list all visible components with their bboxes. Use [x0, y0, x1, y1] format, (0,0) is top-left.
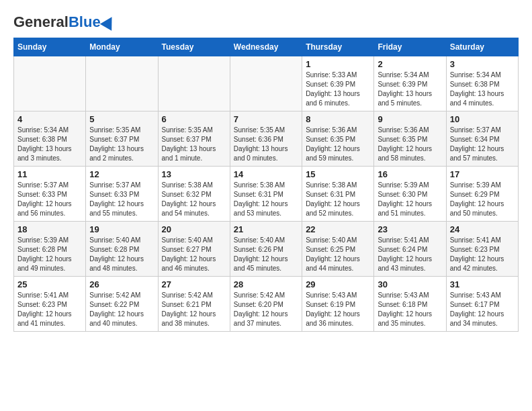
- day-info: Sunrise: 5:39 AM Sunset: 6:30 PM Dayligh…: [378, 181, 442, 218]
- calendar-cell: [86, 56, 158, 111]
- calendar-cell: 18Sunrise: 5:39 AM Sunset: 6:28 PM Dayli…: [14, 222, 86, 277]
- day-number: 12: [89, 169, 154, 179]
- day-info: Sunrise: 5:36 AM Sunset: 6:35 PM Dayligh…: [306, 126, 370, 163]
- day-info: Sunrise: 5:42 AM Sunset: 6:20 PM Dayligh…: [234, 291, 298, 328]
- logo: General Blue: [13, 13, 116, 31]
- calendar-week-row: 4Sunrise: 5:34 AM Sunset: 6:38 PM Daylig…: [14, 111, 519, 167]
- calendar-cell: 5Sunrise: 5:35 AM Sunset: 6:37 PM Daylig…: [86, 111, 158, 167]
- day-info: Sunrise: 5:42 AM Sunset: 6:21 PM Dayligh…: [162, 291, 226, 328]
- calendar-cell: 20Sunrise: 5:40 AM Sunset: 6:27 PM Dayli…: [158, 222, 230, 277]
- day-info: Sunrise: 5:37 AM Sunset: 6:34 PM Dayligh…: [450, 126, 515, 163]
- calendar-week-row: 25Sunrise: 5:41 AM Sunset: 6:23 PM Dayli…: [14, 277, 519, 332]
- calendar-cell: 22Sunrise: 5:40 AM Sunset: 6:25 PM Dayli…: [302, 222, 374, 277]
- calendar-cell: 24Sunrise: 5:41 AM Sunset: 6:23 PM Dayli…: [446, 222, 518, 277]
- day-info: Sunrise: 5:40 AM Sunset: 6:27 PM Dayligh…: [162, 236, 226, 273]
- day-number: 9: [378, 114, 442, 124]
- day-info: Sunrise: 5:39 AM Sunset: 6:29 PM Dayligh…: [450, 181, 515, 218]
- calendar-cell: 12Sunrise: 5:37 AM Sunset: 6:33 PM Dayli…: [86, 167, 158, 222]
- day-info: Sunrise: 5:37 AM Sunset: 6:33 PM Dayligh…: [89, 181, 154, 218]
- day-info: Sunrise: 5:33 AM Sunset: 6:39 PM Dayligh…: [306, 71, 370, 108]
- calendar-cell: 1Sunrise: 5:33 AM Sunset: 6:39 PM Daylig…: [302, 56, 374, 111]
- day-number: 23: [378, 224, 442, 234]
- calendar-cell: 2Sunrise: 5:34 AM Sunset: 6:39 PM Daylig…: [374, 56, 446, 111]
- day-number: 18: [17, 224, 82, 234]
- col-header-sunday: Sunday: [14, 38, 86, 56]
- calendar-cell: 15Sunrise: 5:38 AM Sunset: 6:31 PM Dayli…: [302, 167, 374, 222]
- calendar-cell: 4Sunrise: 5:34 AM Sunset: 6:38 PM Daylig…: [14, 111, 86, 167]
- day-info: Sunrise: 5:41 AM Sunset: 6:24 PM Dayligh…: [378, 236, 442, 273]
- day-number: 19: [89, 224, 154, 234]
- day-number: 13: [162, 169, 226, 179]
- day-info: Sunrise: 5:38 AM Sunset: 6:31 PM Dayligh…: [234, 181, 298, 218]
- calendar-cell: [14, 56, 86, 111]
- day-number: 17: [450, 169, 515, 179]
- day-info: Sunrise: 5:34 AM Sunset: 6:38 PM Dayligh…: [450, 71, 515, 108]
- day-info: Sunrise: 5:37 AM Sunset: 6:33 PM Dayligh…: [17, 181, 82, 218]
- day-number: 25: [17, 279, 82, 289]
- day-number: 2: [378, 59, 442, 69]
- calendar-cell: 9Sunrise: 5:36 AM Sunset: 6:35 PM Daylig…: [374, 111, 446, 167]
- calendar-week-row: 11Sunrise: 5:37 AM Sunset: 6:33 PM Dayli…: [14, 167, 519, 222]
- day-info: Sunrise: 5:41 AM Sunset: 6:23 PM Dayligh…: [450, 236, 515, 273]
- day-number: 22: [306, 224, 370, 234]
- calendar-cell: 25Sunrise: 5:41 AM Sunset: 6:23 PM Dayli…: [14, 277, 86, 332]
- calendar-cell: 21Sunrise: 5:40 AM Sunset: 6:26 PM Dayli…: [230, 222, 302, 277]
- day-number: 24: [450, 224, 515, 234]
- day-info: Sunrise: 5:43 AM Sunset: 6:19 PM Dayligh…: [306, 291, 370, 328]
- calendar-cell: 23Sunrise: 5:41 AM Sunset: 6:24 PM Dayli…: [374, 222, 446, 277]
- day-info: Sunrise: 5:35 AM Sunset: 6:36 PM Dayligh…: [234, 126, 298, 163]
- calendar-week-row: 1Sunrise: 5:33 AM Sunset: 6:39 PM Daylig…: [14, 56, 519, 111]
- day-number: 29: [306, 279, 370, 289]
- logo-triangle-icon: [99, 13, 117, 31]
- calendar-cell: 26Sunrise: 5:42 AM Sunset: 6:22 PM Dayli…: [86, 277, 158, 332]
- calendar-cell: 6Sunrise: 5:35 AM Sunset: 6:37 PM Daylig…: [158, 111, 230, 167]
- day-number: 1: [306, 59, 370, 69]
- calendar-cell: 17Sunrise: 5:39 AM Sunset: 6:29 PM Dayli…: [446, 167, 518, 222]
- day-number: 8: [306, 114, 370, 124]
- col-header-wednesday: Wednesday: [230, 38, 302, 56]
- day-info: Sunrise: 5:41 AM Sunset: 6:23 PM Dayligh…: [17, 291, 82, 328]
- day-number: 31: [450, 279, 515, 289]
- col-header-friday: Friday: [374, 38, 446, 56]
- calendar-cell: 3Sunrise: 5:34 AM Sunset: 6:38 PM Daylig…: [446, 56, 518, 111]
- day-number: 5: [89, 114, 154, 124]
- calendar-header-row: SundayMondayTuesdayWednesdayThursdayFrid…: [14, 38, 519, 56]
- day-info: Sunrise: 5:35 AM Sunset: 6:37 PM Dayligh…: [162, 126, 226, 163]
- logo-blue-text: Blue: [69, 13, 101, 31]
- day-info: Sunrise: 5:36 AM Sunset: 6:35 PM Dayligh…: [378, 126, 442, 163]
- day-info: Sunrise: 5:34 AM Sunset: 6:39 PM Dayligh…: [378, 71, 442, 108]
- calendar-cell: 8Sunrise: 5:36 AM Sunset: 6:35 PM Daylig…: [302, 111, 374, 167]
- day-number: 4: [17, 114, 82, 124]
- day-info: Sunrise: 5:34 AM Sunset: 6:38 PM Dayligh…: [17, 126, 82, 163]
- calendar-cell: 16Sunrise: 5:39 AM Sunset: 6:30 PM Dayli…: [374, 167, 446, 222]
- calendar-cell: 29Sunrise: 5:43 AM Sunset: 6:19 PM Dayli…: [302, 277, 374, 332]
- page-header: General Blue: [13, 13, 519, 31]
- day-info: Sunrise: 5:38 AM Sunset: 6:32 PM Dayligh…: [162, 181, 226, 218]
- col-header-tuesday: Tuesday: [158, 38, 230, 56]
- calendar-cell: 28Sunrise: 5:42 AM Sunset: 6:20 PM Dayli…: [230, 277, 302, 332]
- day-info: Sunrise: 5:40 AM Sunset: 6:26 PM Dayligh…: [234, 236, 298, 273]
- day-number: 15: [306, 169, 370, 179]
- day-number: 20: [162, 224, 226, 234]
- calendar-cell: 19Sunrise: 5:40 AM Sunset: 6:28 PM Dayli…: [86, 222, 158, 277]
- day-number: 10: [450, 114, 515, 124]
- calendar-cell: [230, 56, 302, 111]
- calendar-cell: [158, 56, 230, 111]
- calendar-cell: 30Sunrise: 5:43 AM Sunset: 6:18 PM Dayli…: [374, 277, 446, 332]
- calendar-cell: 31Sunrise: 5:43 AM Sunset: 6:17 PM Dayli…: [446, 277, 518, 332]
- day-info: Sunrise: 5:43 AM Sunset: 6:17 PM Dayligh…: [450, 291, 515, 328]
- calendar-cell: 14Sunrise: 5:38 AM Sunset: 6:31 PM Dayli…: [230, 167, 302, 222]
- day-number: 30: [378, 279, 442, 289]
- logo-general-text: General: [13, 13, 69, 31]
- calendar-cell: 11Sunrise: 5:37 AM Sunset: 6:33 PM Dayli…: [14, 167, 86, 222]
- day-number: 3: [450, 59, 515, 69]
- calendar-cell: 13Sunrise: 5:38 AM Sunset: 6:32 PM Dayli…: [158, 167, 230, 222]
- day-number: 16: [378, 169, 442, 179]
- calendar-cell: 27Sunrise: 5:42 AM Sunset: 6:21 PM Dayli…: [158, 277, 230, 332]
- calendar-cell: 7Sunrise: 5:35 AM Sunset: 6:36 PM Daylig…: [230, 111, 302, 167]
- day-info: Sunrise: 5:38 AM Sunset: 6:31 PM Dayligh…: [306, 181, 370, 218]
- calendar-table: SundayMondayTuesdayWednesdayThursdayFrid…: [13, 38, 519, 332]
- day-info: Sunrise: 5:35 AM Sunset: 6:37 PM Dayligh…: [89, 126, 154, 163]
- calendar-cell: 10Sunrise: 5:37 AM Sunset: 6:34 PM Dayli…: [446, 111, 518, 167]
- day-info: Sunrise: 5:39 AM Sunset: 6:28 PM Dayligh…: [17, 236, 82, 273]
